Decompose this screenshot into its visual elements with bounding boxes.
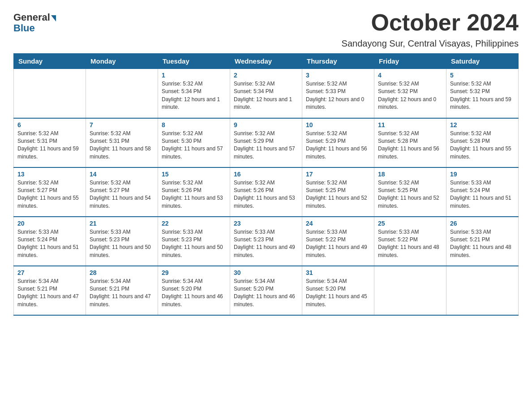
calendar-cell: 20Sunrise: 5:33 AM Sunset: 5:24 PM Dayli… xyxy=(14,217,86,266)
calendar-cell: 3Sunrise: 5:32 AM Sunset: 5:33 PM Daylig… xyxy=(302,69,374,118)
day-number: 23 xyxy=(234,220,298,227)
day-header-friday: Friday xyxy=(374,54,446,69)
calendar-cell: 25Sunrise: 5:33 AM Sunset: 5:22 PM Dayli… xyxy=(374,217,446,266)
title-block: October 2024 xyxy=(371,9,519,36)
day-number: 1 xyxy=(162,72,226,79)
calendar-cell: 9Sunrise: 5:32 AM Sunset: 5:29 PM Daylig… xyxy=(230,118,302,167)
calendar-cell: 4Sunrise: 5:32 AM Sunset: 5:32 PM Daylig… xyxy=(374,69,446,118)
day-number: 11 xyxy=(378,121,442,128)
calendar-week-row: 20Sunrise: 5:33 AM Sunset: 5:24 PM Dayli… xyxy=(14,217,519,266)
day-info: Sunrise: 5:33 AM Sunset: 5:22 PM Dayligh… xyxy=(378,228,442,260)
calendar-week-row: 1Sunrise: 5:32 AM Sunset: 5:34 PM Daylig… xyxy=(14,69,519,118)
day-info: Sunrise: 5:34 AM Sunset: 5:21 PM Dayligh… xyxy=(90,278,154,309)
day-info: Sunrise: 5:32 AM Sunset: 5:32 PM Dayligh… xyxy=(378,80,442,111)
calendar-cell: 11Sunrise: 5:32 AM Sunset: 5:28 PM Dayli… xyxy=(374,118,446,167)
month-year-title: October 2024 xyxy=(371,9,519,36)
day-info: Sunrise: 5:34 AM Sunset: 5:21 PM Dayligh… xyxy=(17,278,82,309)
calendar-week-row: 13Sunrise: 5:32 AM Sunset: 5:27 PM Dayli… xyxy=(14,167,519,217)
calendar-cell: 28Sunrise: 5:34 AM Sunset: 5:21 PM Dayli… xyxy=(86,266,158,315)
day-header-sunday: Sunday xyxy=(14,54,86,69)
day-number: 26 xyxy=(450,220,515,227)
location-subtitle: Sandayong Sur, Central Visayas, Philippi… xyxy=(13,39,519,49)
logo-general-text: General xyxy=(13,13,50,22)
calendar-cell: 15Sunrise: 5:32 AM Sunset: 5:26 PM Dayli… xyxy=(158,167,230,217)
day-info: Sunrise: 5:32 AM Sunset: 5:26 PM Dayligh… xyxy=(162,179,226,210)
day-header-wednesday: Wednesday xyxy=(230,54,302,69)
calendar-cell: 16Sunrise: 5:32 AM Sunset: 5:26 PM Dayli… xyxy=(230,167,302,217)
day-info: Sunrise: 5:33 AM Sunset: 5:24 PM Dayligh… xyxy=(17,228,82,260)
day-number: 7 xyxy=(90,121,154,128)
day-info: Sunrise: 5:32 AM Sunset: 5:31 PM Dayligh… xyxy=(90,130,154,161)
calendar-cell: 17Sunrise: 5:32 AM Sunset: 5:25 PM Dayli… xyxy=(302,167,374,217)
logo: General Blue xyxy=(13,13,56,34)
calendar-cell: 23Sunrise: 5:33 AM Sunset: 5:23 PM Dayli… xyxy=(230,217,302,266)
calendar-cell xyxy=(14,69,86,118)
day-header-saturday: Saturday xyxy=(446,54,519,69)
logo-blue-text: Blue xyxy=(13,22,35,34)
day-number: 31 xyxy=(306,269,370,276)
calendar-cell: 18Sunrise: 5:32 AM Sunset: 5:25 PM Dayli… xyxy=(374,167,446,217)
day-number: 14 xyxy=(90,171,154,178)
day-info: Sunrise: 5:32 AM Sunset: 5:25 PM Dayligh… xyxy=(378,179,442,210)
day-info: Sunrise: 5:33 AM Sunset: 5:24 PM Dayligh… xyxy=(450,179,515,210)
day-info: Sunrise: 5:32 AM Sunset: 5:29 PM Dayligh… xyxy=(234,130,298,161)
logo-arrow-icon xyxy=(51,15,56,21)
calendar-cell: 1Sunrise: 5:32 AM Sunset: 5:34 PM Daylig… xyxy=(158,69,230,118)
day-number: 25 xyxy=(378,220,442,227)
day-number: 2 xyxy=(234,72,298,79)
calendar-cell xyxy=(86,69,158,118)
page-header: General Blue October 2024 xyxy=(13,9,519,36)
day-number: 27 xyxy=(17,269,82,276)
day-info: Sunrise: 5:32 AM Sunset: 5:27 PM Dayligh… xyxy=(90,179,154,210)
day-info: Sunrise: 5:32 AM Sunset: 5:34 PM Dayligh… xyxy=(234,80,298,111)
calendar-cell: 5Sunrise: 5:32 AM Sunset: 5:32 PM Daylig… xyxy=(446,69,519,118)
day-info: Sunrise: 5:32 AM Sunset: 5:25 PM Dayligh… xyxy=(306,179,370,210)
day-header-thursday: Thursday xyxy=(302,54,374,69)
calendar-cell: 10Sunrise: 5:32 AM Sunset: 5:29 PM Dayli… xyxy=(302,118,374,167)
calendar-cell xyxy=(374,266,446,315)
calendar-week-row: 27Sunrise: 5:34 AM Sunset: 5:21 PM Dayli… xyxy=(14,266,519,315)
day-number: 24 xyxy=(306,220,370,227)
calendar-cell: 13Sunrise: 5:32 AM Sunset: 5:27 PM Dayli… xyxy=(14,167,86,217)
day-info: Sunrise: 5:32 AM Sunset: 5:30 PM Dayligh… xyxy=(162,130,226,161)
days-header-row: SundayMondayTuesdayWednesdayThursdayFrid… xyxy=(14,54,519,69)
calendar-cell: 6Sunrise: 5:32 AM Sunset: 5:31 PM Daylig… xyxy=(14,118,86,167)
calendar-cell: 14Sunrise: 5:32 AM Sunset: 5:27 PM Dayli… xyxy=(86,167,158,217)
day-info: Sunrise: 5:32 AM Sunset: 5:28 PM Dayligh… xyxy=(378,130,442,161)
calendar-cell: 30Sunrise: 5:34 AM Sunset: 5:20 PM Dayli… xyxy=(230,266,302,315)
day-info: Sunrise: 5:32 AM Sunset: 5:33 PM Dayligh… xyxy=(306,80,370,111)
day-info: Sunrise: 5:33 AM Sunset: 5:23 PM Dayligh… xyxy=(234,228,298,260)
day-number: 22 xyxy=(162,220,226,227)
day-number: 5 xyxy=(450,72,515,79)
day-info: Sunrise: 5:32 AM Sunset: 5:31 PM Dayligh… xyxy=(17,130,82,161)
calendar-cell: 29Sunrise: 5:34 AM Sunset: 5:20 PM Dayli… xyxy=(158,266,230,315)
calendar-cell xyxy=(446,266,519,315)
day-number: 18 xyxy=(378,171,442,178)
day-number: 20 xyxy=(17,220,82,227)
day-number: 28 xyxy=(90,269,154,276)
day-info: Sunrise: 5:32 AM Sunset: 5:34 PM Dayligh… xyxy=(162,80,226,111)
day-number: 16 xyxy=(234,171,298,178)
calendar-cell: 21Sunrise: 5:33 AM Sunset: 5:23 PM Dayli… xyxy=(86,217,158,266)
day-header-monday: Monday xyxy=(86,54,158,69)
day-info: Sunrise: 5:33 AM Sunset: 5:22 PM Dayligh… xyxy=(306,228,370,260)
calendar-cell: 27Sunrise: 5:34 AM Sunset: 5:21 PM Dayli… xyxy=(14,266,86,315)
calendar-cell: 22Sunrise: 5:33 AM Sunset: 5:23 PM Dayli… xyxy=(158,217,230,266)
day-header-tuesday: Tuesday xyxy=(158,54,230,69)
calendar-cell: 12Sunrise: 5:32 AM Sunset: 5:28 PM Dayli… xyxy=(446,118,519,167)
day-info: Sunrise: 5:33 AM Sunset: 5:23 PM Dayligh… xyxy=(162,228,226,260)
day-number: 13 xyxy=(17,171,82,178)
calendar-cell: 19Sunrise: 5:33 AM Sunset: 5:24 PM Dayli… xyxy=(446,167,519,217)
calendar-cell: 8Sunrise: 5:32 AM Sunset: 5:30 PM Daylig… xyxy=(158,118,230,167)
day-number: 19 xyxy=(450,171,515,178)
day-info: Sunrise: 5:32 AM Sunset: 5:26 PM Dayligh… xyxy=(234,179,298,210)
calendar-cell: 7Sunrise: 5:32 AM Sunset: 5:31 PM Daylig… xyxy=(86,118,158,167)
calendar-cell: 2Sunrise: 5:32 AM Sunset: 5:34 PM Daylig… xyxy=(230,69,302,118)
calendar-cell: 26Sunrise: 5:33 AM Sunset: 5:21 PM Dayli… xyxy=(446,217,519,266)
day-info: Sunrise: 5:32 AM Sunset: 5:32 PM Dayligh… xyxy=(450,80,515,111)
day-number: 6 xyxy=(17,121,82,128)
day-info: Sunrise: 5:34 AM Sunset: 5:20 PM Dayligh… xyxy=(234,278,298,309)
day-info: Sunrise: 5:32 AM Sunset: 5:28 PM Dayligh… xyxy=(450,130,515,161)
day-number: 30 xyxy=(234,269,298,276)
calendar-week-row: 6Sunrise: 5:32 AM Sunset: 5:31 PM Daylig… xyxy=(14,118,519,167)
